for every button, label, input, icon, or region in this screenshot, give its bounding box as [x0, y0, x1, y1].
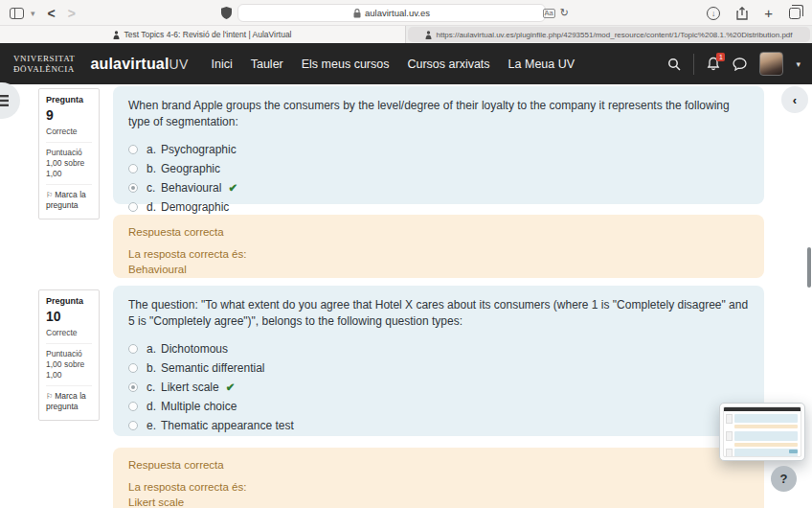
favicon-icon — [425, 31, 432, 39]
brand-text: aulavirtual — [90, 56, 169, 72]
flag-question-link[interactable]: Marca la pregunta — [46, 184, 92, 211]
answer-option-selected[interactable]: c. Behavioural — [128, 182, 749, 194]
radio-icon[interactable] — [128, 363, 138, 373]
preview-question-strip — [734, 431, 798, 441]
question-text: The question: "To what extent do you agr… — [128, 297, 749, 331]
feedback-answer: Behavioural — [128, 262, 749, 277]
answer-option[interactable]: b. Geographic — [128, 163, 749, 174]
scrollbar-thumb[interactable] — [807, 247, 811, 288]
answer-option[interactable]: d. Multiple choice — [128, 401, 749, 412]
question-10-info-card: Pregunta 10 Correcte Puntuació 1,00 sobr… — [38, 289, 100, 421]
flag-question-link[interactable]: Marca la pregunta — [46, 385, 92, 412]
safari-window: ▾ < > aulavirtual.uv.es Aa ↻ ↓ + — [0, 0, 812, 508]
translate-icon[interactable]: Aa — [543, 9, 555, 18]
option-label: Dichotomous — [161, 342, 228, 356]
radio-checked-icon[interactable] — [128, 183, 138, 193]
feedback-lead: La resposta correcta és: — [128, 479, 749, 495]
answer-option[interactable]: e. Thematic appearance test — [128, 420, 749, 431]
nav-item-tauler[interactable]: Tauler — [251, 58, 283, 71]
messages-icon[interactable] — [733, 58, 747, 71]
feedback-title: Respuesta correcta — [128, 457, 749, 473]
uv-logo-line2: ĐÖVALÈNCIA — [13, 64, 75, 74]
feedback-lead: La resposta correcta és: — [128, 246, 749, 262]
radio-icon[interactable] — [128, 402, 138, 411]
help-button[interactable]: ? — [771, 466, 797, 492]
aulavirtual-brand[interactable]: aulavirtualUV — [90, 56, 188, 73]
tab-title: https://aulavirtual.uv.es/pluginfile.php… — [436, 31, 792, 39]
forward-button[interactable]: > — [68, 7, 76, 20]
tab-active-quiz[interactable]: Test Topics 4-6: Revisió de l'intent | A… — [0, 26, 406, 43]
question-9-info-card: Pregunta 9 Correcte Puntuació 1,00 sobre… — [38, 88, 100, 219]
option-label: Multiple choice — [161, 400, 237, 413]
nav-item-cursos-arxivats[interactable]: Cursos arxivats — [407, 58, 489, 71]
browser-toolbar: ▾ < > aulavirtual.uv.es Aa ↻ ↓ + — [0, 0, 812, 26]
question-9-block: When brand Apple groups the consumers by… — [113, 86, 764, 204]
block-drawer-collapse-button[interactable]: ‹ — [781, 86, 808, 113]
answer-option[interactable]: a. Psychographic — [128, 144, 749, 155]
screen-preview-content — [723, 406, 801, 457]
screen-preview-window[interactable] — [719, 403, 805, 461]
tab-group-chevron-icon[interactable]: ▾ — [31, 9, 35, 18]
answer-option[interactable]: d. Demographic — [128, 201, 749, 213]
search-icon[interactable] — [667, 58, 681, 71]
preview-side-box — [726, 449, 733, 457]
radio-icon[interactable] — [128, 145, 138, 154]
option-label: Psychographic — [161, 143, 237, 156]
radio-checked-icon[interactable] — [128, 382, 138, 392]
option-label: Geographic — [161, 162, 220, 175]
address-bar[interactable]: aulavirtual.uv.es — [237, 4, 546, 22]
privacy-shield-icon[interactable] — [221, 7, 232, 19]
aulavirtual-header: VNIVERSITAT ĐÖVALÈNCIA aulavirtualUV Ini… — [0, 43, 812, 84]
sidebar-toggle-icon[interactable] — [10, 8, 24, 19]
user-menu-chevron-icon[interactable]: ▾ — [796, 59, 801, 69]
answer-option-selected[interactable]: c. Likert scale — [128, 381, 749, 393]
preview-side-box — [726, 414, 733, 424]
back-button[interactable]: < — [48, 7, 56, 20]
option-label: Semantic differential — [161, 361, 265, 375]
correct-check-icon — [219, 381, 236, 394]
notifications-bell-icon[interactable]: 1 — [707, 57, 720, 71]
quiz-index-drawer-button[interactable] — [0, 82, 20, 119]
feedback-title: Respuesta correcta — [128, 224, 749, 240]
uv-logo[interactable]: VNIVERSITAT ĐÖVALÈNCIA — [13, 54, 75, 74]
tab-inactive-pdf[interactable]: https://aulavirtual.uv.es/pluginfile.php… — [408, 27, 810, 42]
option-label: Likert scale — [161, 381, 219, 394]
tab-overview-icon[interactable] — [789, 8, 801, 19]
radio-icon[interactable] — [128, 344, 138, 354]
option-label: Behavioural — [161, 181, 221, 195]
header-divider — [693, 54, 694, 75]
question-state: Correcte — [46, 127, 92, 137]
radio-icon[interactable] — [128, 164, 138, 173]
main-nav: Inici Tauler Els meus cursos Cursos arxi… — [211, 58, 575, 71]
preview-feedback-strip — [734, 425, 798, 428]
question-grade: Puntuació 1,00 sobre 1,00 — [46, 343, 92, 381]
address-bar-actions: Aa ↻ — [543, 4, 569, 22]
notification-badge: 1 — [716, 53, 725, 61]
avatar[interactable] — [759, 52, 783, 76]
answer-option[interactable]: a. Dichotomous — [128, 343, 749, 355]
nav-item-la-meua-uv[interactable]: La Meua UV — [508, 58, 575, 71]
lock-icon — [353, 9, 361, 18]
nav-item-inici[interactable]: Inici — [211, 58, 232, 71]
question-10-feedback: Respuesta correcta La resposta correcta … — [113, 448, 764, 508]
question-label: Pregunta 10 — [46, 296, 92, 325]
question-text: When brand Apple groups the consumers by… — [128, 98, 749, 131]
radio-icon[interactable] — [128, 202, 138, 212]
uv-logo-line1: VNIVERSITAT — [13, 54, 75, 63]
question-10-block: The question: "To what extent do you agr… — [113, 286, 764, 436]
preview-side-box — [726, 431, 733, 441]
nav-item-els-meus-cursos[interactable]: Els meus cursos — [302, 58, 390, 71]
question-grade: Puntuació 1,00 sobre 1,00 — [46, 142, 92, 179]
brand-suffix: UV — [169, 57, 189, 72]
favicon-icon — [113, 31, 120, 39]
list-icon — [0, 95, 9, 106]
share-icon[interactable] — [736, 7, 748, 20]
question-state: Correcte — [46, 328, 92, 338]
option-label: Thematic appearance test — [161, 419, 294, 432]
new-tab-icon[interactable]: + — [764, 6, 773, 20]
radio-icon[interactable] — [128, 421, 138, 430]
downloads-icon[interactable]: ↓ — [707, 7, 720, 20]
reload-icon[interactable]: ↻ — [560, 7, 569, 19]
url-text: aulavirtual.uv.es — [365, 8, 430, 18]
answer-option[interactable]: b. Semantic differential — [128, 362, 749, 374]
